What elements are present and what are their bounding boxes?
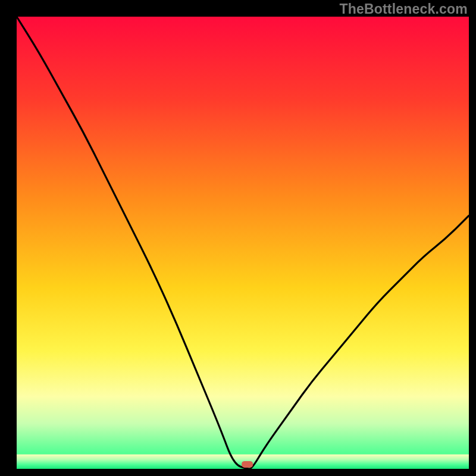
- gradient-background: [17, 17, 469, 469]
- chart-frame: TheBottleneck.com: [0, 0, 476, 476]
- watermark-text: TheBottleneck.com: [339, 1, 468, 17]
- bottleneck-chart: [0, 0, 476, 476]
- optimum-marker: [242, 461, 253, 468]
